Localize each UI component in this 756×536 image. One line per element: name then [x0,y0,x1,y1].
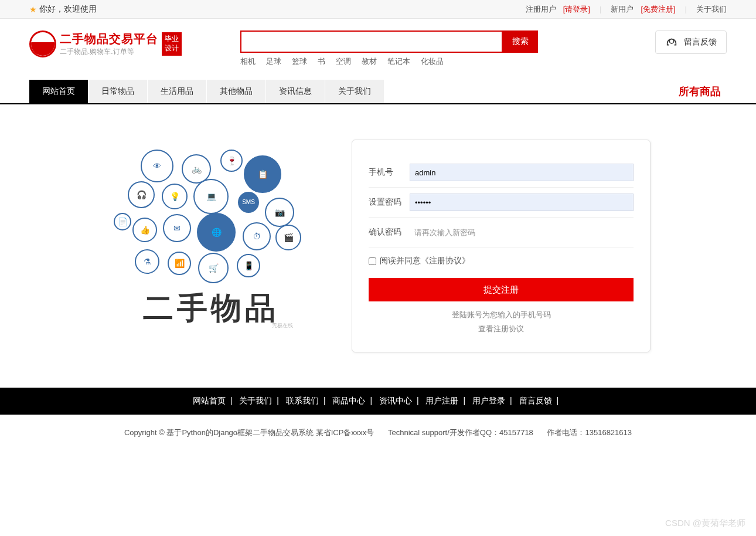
footer-link[interactable]: 商品中心 [332,396,365,405]
promo-icon-graphic: 👁 🚲 🍷 📋 🎧 💡 💻 SMS 📷 📄 👍 ✉ 🌐 ⏱ 🎬 ⚗ 📶 🛒 📱 [111,150,311,284]
promo-image: 👁 🚲 🍷 📋 🎧 💡 💻 SMS 📷 📄 👍 ✉ 🌐 ⏱ 🎬 ⚗ 📶 🛒 📱 … [105,140,316,339]
logo-badge: 毕业 设计 [162,32,182,55]
new-user-link[interactable]: 新用户 [611,4,634,15]
search-tag[interactable]: 篮球 [292,56,307,67]
footer-link[interactable]: 用户注册 [425,396,458,405]
header: 二手物品交易平台 二手物品.购物车.订单等 毕业 设计 搜索 相机 足球 篮球 … [29,19,727,72]
search-tag[interactable]: 化妆品 [421,56,444,67]
logo-icon [29,30,56,57]
free-register-link[interactable]: [免费注册] [641,4,675,15]
search-tag[interactable]: 空调 [336,56,351,67]
promo-watermark: 无极在线 [272,322,293,330]
feedback-button[interactable]: 留言反馈 [655,30,727,54]
confirm-input[interactable] [410,223,634,241]
about-link[interactable]: 关于我们 [696,4,727,15]
feedback-label: 留言反馈 [684,37,717,48]
headset-icon [665,36,678,49]
star-icon: ★ [29,5,37,14]
search-tag[interactable]: 书 [318,56,325,67]
nav-daily[interactable]: 日常物品 [88,80,148,103]
nav-about[interactable]: 关于我们 [325,80,384,103]
separator-icon: | [600,5,601,13]
nav-other[interactable]: 其他物品 [207,80,266,103]
password-label: 设置密码 [369,197,410,208]
site-title: 二手物品交易平台 [60,31,158,47]
search-tag[interactable]: 足球 [266,56,281,67]
confirm-label: 确认密码 [369,227,410,238]
promo-title: 二手物品 [143,288,279,329]
phone-label: 手机号 [369,167,410,178]
separator-icon: | [685,5,687,13]
footer-link[interactable]: 留言反馈 [519,396,552,405]
logo-block[interactable]: 二手物品交易平台 二手物品.购物车.订单等 毕业 设计 [29,30,182,57]
footer-link[interactable]: 用户登录 [472,396,505,405]
search-button[interactable]: 搜索 [503,30,538,53]
agree-text: 阅读并同意《注册协议》 [380,256,470,266]
footer-links: 网站首页| 关于我们| 联系我们| 商品中心| 资讯中心| 用户注册| 用户登录… [0,388,756,415]
search-tag[interactable]: 相机 [240,56,256,67]
nav-life[interactable]: 生活用品 [148,80,207,103]
agree-checkbox[interactable] [369,257,376,265]
footer-copyright: Copyright © 基于Python的Django框架二手物品交易系统 某省… [0,415,756,462]
nav-news[interactable]: 资讯信息 [266,80,325,103]
nav-home[interactable]: 网站首页 [29,80,88,103]
welcome-text: 你好，欢迎使用 [39,4,97,15]
nav-all-products[interactable]: 所有商品 [679,80,727,103]
footer-link[interactable]: 关于我们 [239,396,272,405]
view-agreement-link[interactable]: 查看注册协议 [369,324,634,334]
registered-user-link[interactable]: 注册用户 [526,4,556,15]
search-tags: 相机 足球 篮球 书 空调 教材 笔记本 化妆品 [240,56,538,67]
navbar: 网站首页 日常物品 生活用品 其他物品 资讯信息 关于我们 所有商品 [0,80,756,104]
top-bar: ★ 你好，欢迎使用 注册用户 [请登录] | 新用户 [免费注册] | 关于我们 [0,0,756,19]
register-panel: 手机号 设置密码 确认密码 阅读并同意《注册协议》 提交注册 登陆账号为您输入的… [352,140,651,352]
search-area: 搜索 相机 足球 篮球 书 空调 教材 笔记本 化妆品 [240,30,538,67]
login-link[interactable]: [请登录] [563,4,590,15]
main-content: 👁 🚲 🍷 📋 🎧 💡 💻 SMS 📷 📄 👍 ✉ 🌐 ⏱ 🎬 ⚗ 📶 🛒 📱 … [56,140,700,352]
search-input[interactable] [240,30,503,53]
footer-link[interactable]: 网站首页 [193,396,226,405]
phone-input[interactable] [410,164,634,181]
form-note: 登陆账号为您输入的手机号码 查看注册协议 [369,310,634,334]
submit-button[interactable]: 提交注册 [369,278,634,301]
footer-link[interactable]: 联系我们 [286,396,319,405]
search-tag[interactable]: 教材 [362,56,377,67]
site-subtitle: 二手物品.购物车.订单等 [60,47,158,57]
search-tag[interactable]: 笔记本 [387,56,410,67]
password-input[interactable] [410,194,634,211]
footer-link[interactable]: 资讯中心 [379,396,412,405]
welcome-block: ★ 你好，欢迎使用 [29,4,97,15]
